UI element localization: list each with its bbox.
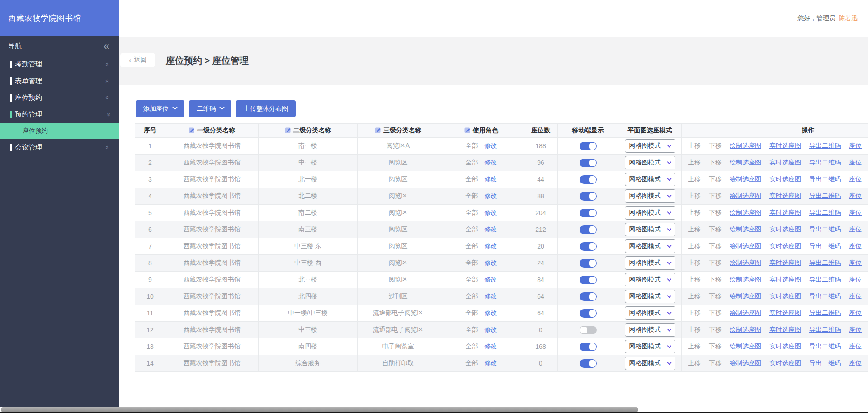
plan-mode-select[interactable]: 网格图模式 xyxy=(625,357,675,370)
mobile-visible-toggle[interactable] xyxy=(580,292,597,301)
row-action-link[interactable]: 导出二维码 xyxy=(809,159,841,166)
edit-role-link[interactable]: 修改 xyxy=(484,242,497,249)
move-action[interactable]: 上移 xyxy=(688,259,701,266)
plan-mode-select[interactable]: 网格图模式 xyxy=(625,306,675,320)
row-action-link[interactable]: 绘制选座图 xyxy=(730,192,761,199)
mobile-visible-toggle[interactable] xyxy=(580,159,597,167)
plan-mode-select[interactable]: 网格图模式 xyxy=(625,223,675,236)
row-action-link[interactable]: 座位 xyxy=(849,359,862,366)
edit-role-link[interactable]: 修改 xyxy=(484,259,497,266)
move-action[interactable]: 下移 xyxy=(709,292,722,300)
plan-mode-select[interactable]: 网格图模式 xyxy=(625,173,675,186)
sidebar-item-reservation-mgmt[interactable]: 预约管理 « xyxy=(0,106,119,123)
mobile-visible-toggle[interactable] xyxy=(580,225,597,234)
row-action-link[interactable]: 实时选座图 xyxy=(769,343,801,350)
move-action[interactable]: 上移 xyxy=(688,326,701,333)
move-action[interactable]: 上移 xyxy=(688,209,701,216)
back-button[interactable]: ‹ 返回 xyxy=(120,53,155,67)
move-action[interactable]: 上移 xyxy=(688,142,701,149)
plan-mode-select[interactable]: 网格图模式 xyxy=(625,290,675,303)
plan-mode-select[interactable]: 网格图模式 xyxy=(625,156,675,169)
move-action[interactable]: 下移 xyxy=(709,276,722,283)
sidebar-item-forms[interactable]: 表单管理 « xyxy=(0,73,119,89)
row-action-link[interactable]: 座位 xyxy=(849,309,862,316)
mobile-visible-toggle[interactable] xyxy=(580,343,597,351)
upload-floorplan-button[interactable]: 上传整体分布图 xyxy=(236,100,296,117)
row-action-link[interactable]: 绘制选座图 xyxy=(730,292,761,300)
mobile-visible-toggle[interactable] xyxy=(580,209,597,217)
edit-icon[interactable] xyxy=(375,127,381,135)
edit-icon[interactable] xyxy=(285,127,291,135)
edit-role-link[interactable]: 修改 xyxy=(484,309,497,316)
edit-role-link[interactable]: 修改 xyxy=(484,359,497,366)
qrcode-button[interactable]: 二维码 xyxy=(189,100,231,117)
plan-mode-select[interactable]: 网格图模式 xyxy=(625,323,675,337)
move-action[interactable]: 上移 xyxy=(688,292,701,300)
plan-mode-select[interactable]: 网格图模式 xyxy=(625,273,675,286)
row-action-link[interactable]: 绘制选座图 xyxy=(730,175,761,183)
row-action-link[interactable]: 座位 xyxy=(849,209,862,216)
move-action[interactable]: 下移 xyxy=(709,175,722,183)
row-action-link[interactable]: 绘制选座图 xyxy=(730,242,761,249)
row-action-link[interactable]: 实时选座图 xyxy=(769,209,801,216)
move-action[interactable]: 下移 xyxy=(709,192,722,199)
row-action-link[interactable]: 座位 xyxy=(849,343,862,350)
move-action[interactable]: 下移 xyxy=(709,259,722,266)
row-action-link[interactable]: 导出二维码 xyxy=(809,343,841,350)
sidebar-subitem-seat-reservation-active[interactable]: 座位预约 xyxy=(0,123,119,139)
row-action-link[interactable]: 导出二维码 xyxy=(809,309,841,316)
move-action[interactable]: 下移 xyxy=(709,142,722,149)
row-action-link[interactable]: 座位 xyxy=(849,225,862,233)
row-action-link[interactable]: 座位 xyxy=(849,175,862,183)
row-action-link[interactable]: 座位 xyxy=(849,242,862,249)
row-action-link[interactable]: 实时选座图 xyxy=(769,175,801,183)
row-action-link[interactable]: 绘制选座图 xyxy=(730,159,761,166)
row-action-link[interactable]: 导出二维码 xyxy=(809,359,841,366)
move-action[interactable]: 下移 xyxy=(709,242,722,249)
row-action-link[interactable]: 座位 xyxy=(849,192,862,199)
row-action-link[interactable]: 座位 xyxy=(849,326,862,333)
move-action[interactable]: 上移 xyxy=(688,159,701,166)
row-action-link[interactable]: 实时选座图 xyxy=(769,359,801,366)
row-action-link[interactable]: 导出二维码 xyxy=(809,242,841,249)
row-action-link[interactable]: 实时选座图 xyxy=(769,142,801,149)
move-action[interactable]: 上移 xyxy=(688,309,701,316)
plan-mode-select[interactable]: 网格图模式 xyxy=(625,139,675,153)
mobile-visible-toggle[interactable] xyxy=(580,259,597,268)
move-action[interactable]: 上移 xyxy=(688,225,701,233)
row-action-link[interactable]: 绘制选座图 xyxy=(730,259,761,266)
move-action[interactable]: 下移 xyxy=(709,359,722,366)
row-action-link[interactable]: 实时选座图 xyxy=(769,276,801,283)
plan-mode-select[interactable]: 网格图模式 xyxy=(625,340,675,353)
edit-icon[interactable] xyxy=(464,127,471,135)
sidebar-collapse-icon[interactable]: « xyxy=(104,41,109,52)
plan-mode-select[interactable]: 网格图模式 xyxy=(625,256,675,270)
mobile-visible-toggle[interactable] xyxy=(580,142,597,150)
edit-role-link[interactable]: 修改 xyxy=(484,175,497,183)
mobile-visible-toggle[interactable] xyxy=(580,175,597,184)
sidebar-item-seat-reservation[interactable]: 座位预约 « xyxy=(0,89,119,106)
row-action-link[interactable]: 绘制选座图 xyxy=(730,225,761,233)
row-action-link[interactable]: 实时选座图 xyxy=(769,326,801,333)
mobile-visible-toggle[interactable] xyxy=(580,242,597,251)
edit-role-link[interactable]: 修改 xyxy=(484,343,497,350)
row-action-link[interactable]: 绘制选座图 xyxy=(730,326,761,333)
move-action[interactable]: 下移 xyxy=(709,309,722,316)
edit-role-link[interactable]: 修改 xyxy=(484,192,497,199)
move-action[interactable]: 上移 xyxy=(688,242,701,249)
edit-role-link[interactable]: 修改 xyxy=(484,159,497,166)
row-action-link[interactable]: 绘制选座图 xyxy=(730,276,761,283)
row-action-link[interactable]: 绘制选座图 xyxy=(730,343,761,350)
row-action-link[interactable]: 导出二维码 xyxy=(809,326,841,333)
move-action[interactable]: 下移 xyxy=(709,209,722,216)
edit-role-link[interactable]: 修改 xyxy=(484,209,497,216)
sidebar-item-meeting-mgmt[interactable]: 会议管理 « xyxy=(0,139,119,156)
edit-role-link[interactable]: 修改 xyxy=(484,142,497,149)
row-action-link[interactable]: 实时选座图 xyxy=(769,192,801,199)
move-action[interactable]: 下移 xyxy=(709,326,722,333)
add-seat-button[interactable]: 添加座位 xyxy=(136,100,184,117)
row-action-link[interactable]: 导出二维码 xyxy=(809,142,841,149)
plan-mode-select[interactable]: 网格图模式 xyxy=(625,239,675,253)
mobile-visible-toggle[interactable] xyxy=(580,309,597,318)
horizontal-scrollbar-thumb[interactable] xyxy=(1,407,638,412)
